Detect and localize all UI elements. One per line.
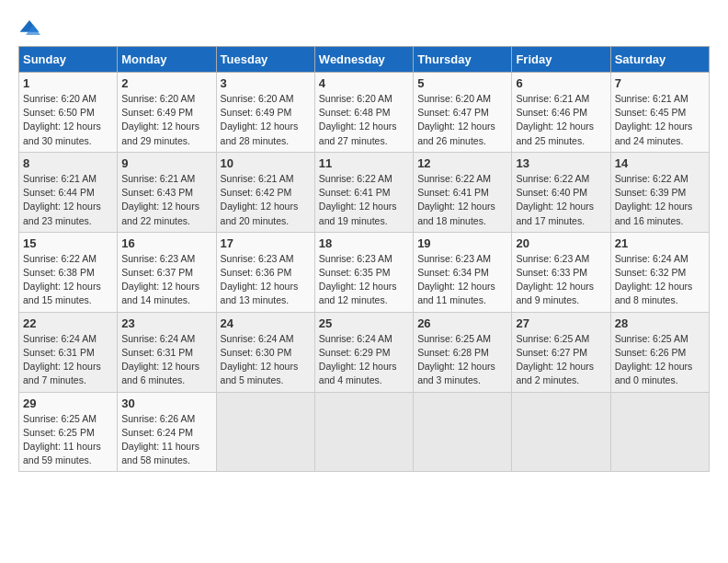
day-detail: Sunrise: 6:25 AM Sunset: 6:25 PM Dayligh… [23,412,113,468]
calendar-cell: 16Sunrise: 6:23 AM Sunset: 6:37 PM Dayli… [118,232,216,312]
day-number: 3 [221,76,311,90]
day-number: 4 [319,76,409,90]
day-detail: Sunrise: 6:22 AM Sunset: 6:41 PM Dayligh… [319,172,409,228]
calendar-cell: 29Sunrise: 6:25 AM Sunset: 6:25 PM Dayli… [19,392,118,472]
calendar-cell: 21Sunrise: 6:24 AM Sunset: 6:32 PM Dayli… [610,232,709,312]
day-detail: Sunrise: 6:23 AM Sunset: 6:33 PM Dayligh… [516,252,606,308]
day-number: 12 [417,156,507,170]
day-detail: Sunrise: 6:23 AM Sunset: 6:37 PM Dayligh… [121,252,211,308]
calendar-cell: 13Sunrise: 6:22 AM Sunset: 6:40 PM Dayli… [512,152,610,232]
calendar-cell [216,392,314,472]
day-number: 22 [23,316,113,330]
day-detail: Sunrise: 6:25 AM Sunset: 6:26 PM Dayligh… [615,332,705,388]
calendar-cell: 23Sunrise: 6:24 AM Sunset: 6:31 PM Dayli… [118,312,216,392]
calendar-cell: 4Sunrise: 6:20 AM Sunset: 6:48 PM Daylig… [314,73,413,153]
calendar-cell [414,392,512,472]
day-detail: Sunrise: 6:22 AM Sunset: 6:41 PM Dayligh… [417,172,507,228]
calendar-table: SundayMondayTuesdayWednesdayThursdayFrid… [18,46,710,472]
day-number: 17 [221,236,311,250]
day-number: 8 [23,156,113,170]
day-number: 13 [516,156,606,170]
day-detail: Sunrise: 6:21 AM Sunset: 6:42 PM Dayligh… [221,172,311,228]
calendar-cell: 9Sunrise: 6:21 AM Sunset: 6:43 PM Daylig… [118,152,216,232]
calendar-week-2: 8Sunrise: 6:21 AM Sunset: 6:44 PM Daylig… [19,152,710,232]
calendar-cell: 11Sunrise: 6:22 AM Sunset: 6:41 PM Dayli… [314,152,413,232]
calendar-cell: 12Sunrise: 6:22 AM Sunset: 6:41 PM Dayli… [414,152,512,232]
day-number: 5 [417,76,507,90]
calendar-cell: 22Sunrise: 6:24 AM Sunset: 6:31 PM Dayli… [19,312,118,392]
day-detail: Sunrise: 6:23 AM Sunset: 6:34 PM Dayligh… [417,252,507,308]
col-header-tuesday: Tuesday [216,47,314,73]
day-number: 7 [615,76,705,90]
day-detail: Sunrise: 6:20 AM Sunset: 6:48 PM Dayligh… [319,92,409,148]
day-number: 26 [417,316,507,330]
calendar-cell: 19Sunrise: 6:23 AM Sunset: 6:34 PM Dayli… [414,232,512,312]
col-header-saturday: Saturday [610,47,709,73]
day-detail: Sunrise: 6:23 AM Sunset: 6:36 PM Dayligh… [221,252,311,308]
calendar-week-3: 15Sunrise: 6:22 AM Sunset: 6:38 PM Dayli… [19,232,710,312]
day-number: 21 [615,236,705,250]
col-header-wednesday: Wednesday [314,47,413,73]
day-detail: Sunrise: 6:20 AM Sunset: 6:49 PM Dayligh… [121,92,211,148]
calendar-cell: 26Sunrise: 6:25 AM Sunset: 6:28 PM Dayli… [414,312,512,392]
col-header-friday: Friday [512,47,610,73]
day-detail: Sunrise: 6:25 AM Sunset: 6:28 PM Dayligh… [417,332,507,388]
calendar-cell [512,392,610,472]
day-number: 14 [615,156,705,170]
calendar-cell: 10Sunrise: 6:21 AM Sunset: 6:42 PM Dayli… [216,152,314,232]
calendar-cell: 14Sunrise: 6:22 AM Sunset: 6:39 PM Dayli… [610,152,709,232]
day-detail: Sunrise: 6:24 AM Sunset: 6:30 PM Dayligh… [221,332,311,388]
calendar-cell: 8Sunrise: 6:21 AM Sunset: 6:44 PM Daylig… [19,152,118,232]
calendar-cell: 3Sunrise: 6:20 AM Sunset: 6:49 PM Daylig… [216,73,314,153]
day-detail: Sunrise: 6:20 AM Sunset: 6:50 PM Dayligh… [23,92,113,148]
day-detail: Sunrise: 6:21 AM Sunset: 6:46 PM Dayligh… [516,92,606,148]
day-number: 23 [121,316,211,330]
calendar-cell: 2Sunrise: 6:20 AM Sunset: 6:49 PM Daylig… [118,73,216,153]
calendar-cell: 6Sunrise: 6:21 AM Sunset: 6:46 PM Daylig… [512,73,610,153]
calendar-week-5: 29Sunrise: 6:25 AM Sunset: 6:25 PM Dayli… [19,392,710,472]
day-number: 1 [23,76,113,90]
logo [18,18,44,37]
calendar-cell: 18Sunrise: 6:23 AM Sunset: 6:35 PM Dayli… [314,232,413,312]
day-detail: Sunrise: 6:21 AM Sunset: 6:44 PM Dayligh… [23,172,113,228]
col-header-sunday: Sunday [19,47,118,73]
header [18,18,710,37]
day-detail: Sunrise: 6:24 AM Sunset: 6:29 PM Dayligh… [319,332,409,388]
calendar-cell: 1Sunrise: 6:20 AM Sunset: 6:50 PM Daylig… [19,73,118,153]
day-number: 18 [319,236,409,250]
day-detail: Sunrise: 6:25 AM Sunset: 6:27 PM Dayligh… [516,332,606,388]
calendar-cell: 27Sunrise: 6:25 AM Sunset: 6:27 PM Dayli… [512,312,610,392]
calendar-cell: 30Sunrise: 6:26 AM Sunset: 6:24 PM Dayli… [118,392,216,472]
col-header-thursday: Thursday [414,47,512,73]
day-number: 20 [516,236,606,250]
day-detail: Sunrise: 6:20 AM Sunset: 6:47 PM Dayligh… [417,92,507,148]
day-number: 15 [23,236,113,250]
day-number: 30 [121,396,211,410]
day-number: 19 [417,236,507,250]
calendar-cell: 15Sunrise: 6:22 AM Sunset: 6:38 PM Dayli… [19,232,118,312]
day-number: 25 [319,316,409,330]
day-detail: Sunrise: 6:26 AM Sunset: 6:24 PM Dayligh… [121,412,211,468]
calendar-cell: 7Sunrise: 6:21 AM Sunset: 6:45 PM Daylig… [610,73,709,153]
calendar-cell: 20Sunrise: 6:23 AM Sunset: 6:33 PM Dayli… [512,232,610,312]
calendar-cell: 28Sunrise: 6:25 AM Sunset: 6:26 PM Dayli… [610,312,709,392]
day-detail: Sunrise: 6:22 AM Sunset: 6:39 PM Dayligh… [615,172,705,228]
day-detail: Sunrise: 6:21 AM Sunset: 6:45 PM Dayligh… [615,92,705,148]
calendar-week-1: 1Sunrise: 6:20 AM Sunset: 6:50 PM Daylig… [19,73,710,153]
day-number: 29 [23,396,113,410]
calendar-cell [314,392,413,472]
day-number: 6 [516,76,606,90]
calendar-cell: 25Sunrise: 6:24 AM Sunset: 6:29 PM Dayli… [314,312,413,392]
day-detail: Sunrise: 6:20 AM Sunset: 6:49 PM Dayligh… [221,92,311,148]
day-number: 2 [121,76,211,90]
calendar-cell [610,392,709,472]
day-detail: Sunrise: 6:21 AM Sunset: 6:43 PM Dayligh… [121,172,211,228]
day-number: 11 [319,156,409,170]
calendar-week-4: 22Sunrise: 6:24 AM Sunset: 6:31 PM Dayli… [19,312,710,392]
day-number: 9 [121,156,211,170]
day-number: 27 [516,316,606,330]
day-number: 10 [221,156,311,170]
logo-icon [18,18,40,37]
day-detail: Sunrise: 6:24 AM Sunset: 6:31 PM Dayligh… [121,332,211,388]
day-detail: Sunrise: 6:23 AM Sunset: 6:35 PM Dayligh… [319,252,409,308]
